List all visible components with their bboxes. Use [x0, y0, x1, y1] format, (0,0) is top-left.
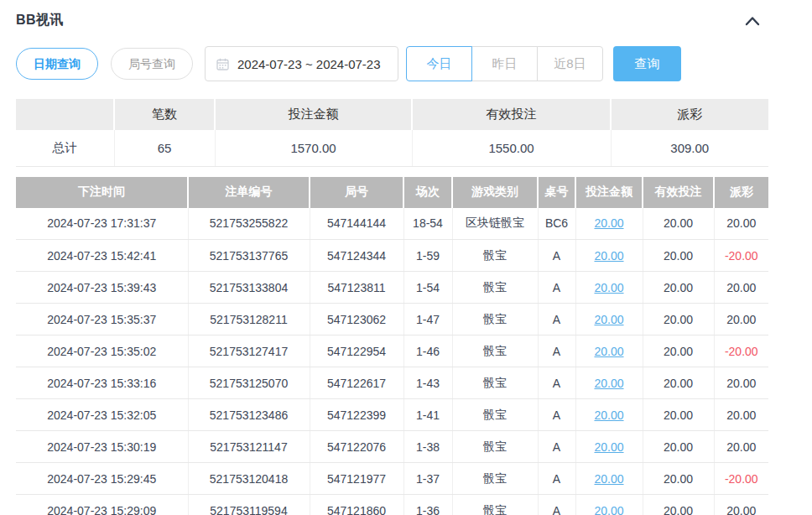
records-header-cell: 场次 [403, 177, 452, 208]
record-cell-valid-bet: 20.00 [643, 240, 714, 272]
record-cell-round-id: 547124344 [310, 240, 403, 272]
records-header-cell: 注单编号 [188, 177, 310, 208]
record-cell-round-id: 547123811 [310, 272, 403, 304]
record-cell-bet-time: 2024-07-23 15:35:02 [16, 336, 188, 367]
record-cell-bet-amount: 20.00 [575, 304, 643, 336]
bb-video-panel: BB视讯 日期查询 局号查询 [0, 0, 812, 515]
record-cell-bet-time: 2024-07-23 15:35:37 [16, 304, 188, 336]
bet-amount-link[interactable]: 20.00 [594, 281, 623, 294]
chevron-up-icon [744, 17, 761, 29]
record-row: 2024-07-23 15:39:43521753133804547123811… [16, 272, 768, 304]
bet-amount-link[interactable]: 20.00 [594, 440, 623, 454]
bet-amount-link[interactable]: 20.00 [594, 249, 623, 263]
record-cell-bet-time: 2024-07-23 15:39:43 [16, 272, 188, 304]
record-cell-bet-amount: 20.00 [575, 463, 643, 495]
record-cell-bet-id: 521753121147 [188, 431, 310, 463]
record-cell-valid-bet: 20.00 [643, 208, 714, 240]
record-row: 2024-07-23 15:42:41521753137765547124344… [16, 240, 768, 272]
record-cell-payout: 20.00 [714, 367, 768, 399]
records-header-cell: 派彩 [714, 177, 768, 208]
record-row: 2024-07-23 15:32:05521753123486547122399… [16, 399, 768, 431]
summary-total-label: 总计 [16, 130, 114, 166]
bet-amount-link[interactable]: 20.00 [594, 216, 623, 230]
summary-header-cell: 有效投注 [412, 99, 611, 130]
bet-amount-link[interactable]: 20.00 [594, 377, 623, 390]
record-cell-game-type: 骰宝 [452, 240, 538, 272]
record-cell-bet-time: 2024-07-23 15:29:45 [16, 463, 188, 495]
record-cell-payout: 20.00 [714, 304, 768, 336]
record-cell-valid-bet: 20.00 [643, 431, 714, 463]
date-range-input[interactable]: 2024-07-23 ~ 2024-07-23 [205, 46, 398, 81]
summary-header-cell [16, 99, 114, 130]
panel-header: BB视讯 [16, 12, 763, 29]
summary-total-row: 总计 65 1570.00 1550.00 309.00 [16, 130, 768, 166]
records-header-cell: 投注金额 [575, 177, 643, 208]
record-cell-round-id: 547122399 [310, 399, 403, 431]
bet-amount-link[interactable]: 20.00 [594, 345, 623, 358]
record-row: 2024-07-23 15:35:02521753127417547122954… [16, 336, 768, 367]
record-cell-game-type: 区块链骰宝 [452, 208, 538, 240]
record-row: 2024-07-23 17:31:37521753255822547144144… [16, 208, 768, 240]
bet-amount-link[interactable]: 20.00 [594, 504, 623, 515]
summary-header-cell: 笔数 [114, 99, 215, 130]
record-row: 2024-07-23 15:30:19521753121147547122076… [16, 431, 768, 463]
summary-header-cell: 投注金额 [215, 99, 412, 130]
record-cell-payout: 20.00 [714, 208, 768, 240]
record-cell-payout: -20.00 [714, 463, 768, 495]
record-row: 2024-07-23 15:29:09521753119594547121860… [16, 495, 768, 515]
record-cell-bet-time: 2024-07-23 15:29:09 [16, 495, 188, 515]
record-cell-payout: 20.00 [714, 399, 768, 431]
date-range-value: 2024-07-23 ~ 2024-07-23 [237, 57, 381, 71]
records-table: 下注时间注单编号局号场次游戏类别桌号投注金额有效投注派彩 2024-07-23 … [16, 177, 768, 515]
record-cell-round-id: 547144144 [310, 208, 403, 240]
record-cell-payout: 20.00 [714, 495, 768, 515]
summary-payout: 309.00 [611, 130, 768, 166]
record-cell-table-id: A [538, 495, 575, 515]
record-cell-bet-id: 521753137765 [188, 240, 310, 272]
record-cell-round-id: 547122076 [310, 431, 403, 463]
record-cell-valid-bet: 20.00 [643, 336, 714, 367]
record-cell-game-type: 骰宝 [452, 463, 538, 495]
records-header-cell: 局号 [310, 177, 403, 208]
quick-button-last-8-days[interactable]: 近8日 [537, 46, 603, 81]
search-button[interactable]: 查询 [613, 46, 681, 81]
bet-amount-link[interactable]: 20.00 [594, 408, 623, 422]
record-cell-bet-time: 2024-07-23 15:33:16 [16, 367, 188, 399]
summary-header-row: 笔数投注金额有效投注派彩 [16, 99, 768, 130]
mode-button-round-query[interactable]: 局号查询 [111, 48, 193, 80]
record-cell-game-type: 骰宝 [452, 304, 538, 336]
record-cell-bet-amount: 20.00 [575, 431, 643, 463]
record-cell-bet-id: 521753127417 [188, 336, 310, 367]
query-toolbar: 日期查询 局号查询 2024-07-23 ~ 2024-07-23 今日 [16, 46, 812, 81]
record-cell-session: 1-37 [403, 463, 452, 495]
record-cell-bet-id: 521753123486 [188, 399, 310, 431]
records-header-cell: 有效投注 [643, 177, 714, 208]
summary-bet-amount: 1570.00 [215, 130, 412, 166]
summary-valid-bet: 1550.00 [412, 130, 611, 166]
record-cell-game-type: 骰宝 [452, 431, 538, 463]
record-cell-session: 1-36 [403, 495, 452, 515]
record-cell-session: 18-54 [403, 208, 452, 240]
records-header-row: 下注时间注单编号局号场次游戏类别桌号投注金额有效投注派彩 [16, 177, 768, 208]
summary-bet-count: 65 [114, 130, 215, 166]
records-body: 2024-07-23 17:31:37521753255822547144144… [16, 208, 768, 515]
record-cell-valid-bet: 20.00 [643, 399, 714, 431]
record-cell-round-id: 547122954 [310, 336, 403, 367]
mode-button-date-query[interactable]: 日期查询 [16, 48, 98, 80]
record-cell-table-id: BC6 [538, 208, 575, 240]
record-cell-bet-amount: 20.00 [575, 367, 643, 399]
record-cell-bet-time: 2024-07-23 15:42:41 [16, 240, 188, 272]
quick-button-today[interactable]: 今日 [406, 46, 472, 81]
record-cell-table-id: A [538, 304, 575, 336]
record-cell-table-id: A [538, 399, 575, 431]
bet-amount-link[interactable]: 20.00 [594, 313, 623, 326]
record-cell-game-type: 骰宝 [452, 272, 538, 304]
collapse-panel-button[interactable] [742, 13, 763, 29]
record-cell-payout: 20.00 [714, 272, 768, 304]
record-cell-game-type: 骰宝 [452, 495, 538, 515]
record-cell-session: 1-59 [403, 240, 452, 272]
record-cell-game-type: 骰宝 [452, 399, 538, 431]
quick-button-yesterday[interactable]: 昨日 [471, 46, 538, 81]
bet-amount-link[interactable]: 20.00 [594, 472, 623, 486]
record-cell-session: 1-38 [403, 431, 452, 463]
